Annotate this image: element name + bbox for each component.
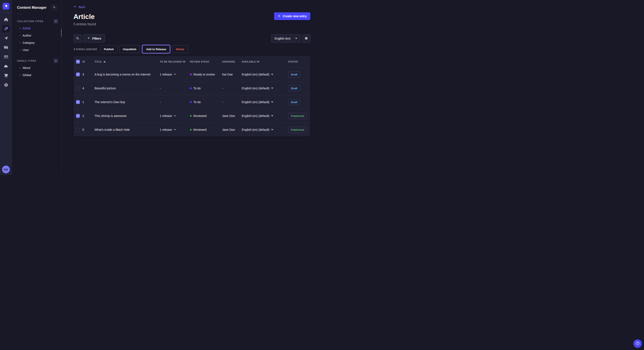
cell-release[interactable]: 1 release <box>160 128 190 131</box>
row-checkbox[interactable]: ✓ <box>76 72 80 76</box>
select-all-checkbox[interactable] <box>76 60 80 64</box>
cell-available-in[interactable]: English (en) (default) <box>242 114 288 118</box>
sidebar-divider <box>17 14 22 14</box>
table-row[interactable]: ✓ 4 Beautiful picture - To do - English … <box>74 81 310 95</box>
status-badge: Draft <box>288 71 300 78</box>
sidebar-item-author[interactable]: Author <box>12 32 61 39</box>
sidebar-item-user[interactable]: User <box>12 46 61 54</box>
cell-title: What's inside a Black Hole <box>94 128 160 131</box>
main-content: Back Article 5 entries found Create new … <box>62 0 322 175</box>
search-button[interactable] <box>74 34 82 42</box>
bullet-icon <box>20 35 20 36</box>
marketplace-cart-icon[interactable] <box>2 72 10 79</box>
status-badge: Draft <box>288 99 300 105</box>
view-settings-button[interactable] <box>302 34 310 42</box>
sidebar-search-button[interactable] <box>51 5 57 10</box>
locale-select[interactable]: English (en) <box>271 34 300 42</box>
add-to-release-button[interactable]: Add to Release <box>142 45 170 53</box>
cell-id: 3 <box>82 73 94 76</box>
row-checkbox[interactable]: ✓ <box>76 86 80 90</box>
cell-available-in[interactable]: English (en) (default) <box>242 100 288 104</box>
content-manager-icon[interactable] <box>2 25 10 32</box>
settings-gear-icon[interactable] <box>2 81 10 89</box>
column-header-status[interactable]: Status <box>288 60 308 63</box>
column-header-title[interactable]: Title <box>94 60 160 63</box>
cell-assignee: Jane Doe <box>222 128 242 131</box>
cell-release[interactable]: 1 release <box>160 73 190 76</box>
chevron-down-icon <box>174 74 176 75</box>
delete-button[interactable]: Delete <box>172 45 188 53</box>
table-row[interactable]: ✓ 3 A bug is becoming a meme on the inte… <box>74 67 310 81</box>
user-avatar[interactable]: KD <box>2 166 10 173</box>
sidebar-item-article[interactable]: Article <box>12 25 61 32</box>
cell-release[interactable]: 1 release <box>160 114 190 118</box>
table-row[interactable]: ✓ 1 The internet's Own boy - To do - Eng… <box>74 95 310 109</box>
collection-types-count-badge: 4 <box>54 19 58 23</box>
cell-id: 4 <box>82 87 94 90</box>
stage-dot <box>190 115 192 117</box>
row-checkbox[interactable]: ✓ <box>76 128 80 132</box>
sidebar-item-global[interactable]: Global <box>12 71 61 79</box>
single-types-label: Single Types <box>17 59 36 62</box>
cell-release[interactable]: - <box>160 100 190 104</box>
media-library-icon[interactable] <box>2 44 10 51</box>
back-arrow-icon <box>74 5 77 9</box>
cell-id: 5 <box>82 128 94 131</box>
selection-bar: 3 entries selected Publish Unpublish Add… <box>74 45 310 53</box>
table-row[interactable]: ✓ 2 This shrimp is awesome 1 release Rev… <box>74 109 310 123</box>
chevron-down-icon <box>174 129 176 130</box>
bullet-icon <box>20 42 20 43</box>
cell-available-in[interactable]: English (en) (default) <box>242 87 288 90</box>
filters-button[interactable]: Filters <box>83 34 105 42</box>
cell-review-stage: Reviewed <box>190 114 222 118</box>
cell-available-in[interactable]: English (en) (default) <box>242 73 288 76</box>
bullet-icon <box>20 28 20 29</box>
search-icon <box>53 6 56 9</box>
toolbar: Filters English (en) <box>74 34 310 42</box>
column-header-stage[interactable]: Review stage <box>190 60 222 63</box>
home-icon[interactable] <box>2 15 10 23</box>
column-header-assignee[interactable]: Assignee <box>222 60 242 63</box>
entries-count: 5 entries found <box>74 22 310 26</box>
back-link[interactable]: Back <box>74 5 85 9</box>
content-manager-sidebar: Content Manager Collection Types 4 Artic… <box>12 0 62 175</box>
cell-review-stage: To do <box>190 100 222 104</box>
filter-icon <box>87 37 90 40</box>
column-header-available[interactable]: Available in <box>242 60 288 63</box>
stage-dot <box>190 101 192 103</box>
chevron-down-icon <box>271 129 273 130</box>
column-header-release[interactable]: To be released in <box>160 60 190 63</box>
status-badge: Published <box>288 113 307 119</box>
table-row[interactable]: ✓ 5 What's inside a Black Hole 1 release… <box>74 123 310 137</box>
cell-id: 1 <box>82 100 94 104</box>
cell-title: A bug is becoming a meme on the internet <box>94 73 160 76</box>
content-type-builder-icon[interactable] <box>2 53 10 61</box>
releases-icon[interactable] <box>2 34 10 42</box>
strapi-logo[interactable] <box>2 3 9 9</box>
cell-assignee: - <box>222 100 242 104</box>
cell-review-stage: Ready to review <box>190 73 222 76</box>
unpublish-button[interactable]: Unpublish <box>119 45 140 53</box>
status-badge: Draft <box>288 85 300 91</box>
selection-count-text: 3 entries selected <box>74 47 97 51</box>
cell-title: Beautiful picture <box>94 87 160 90</box>
publish-button[interactable]: Publish <box>100 45 118 53</box>
bullet-icon <box>20 75 20 75</box>
row-checkbox[interactable]: ✓ <box>76 114 80 118</box>
row-checkbox[interactable]: ✓ <box>76 100 80 104</box>
cloud-icon[interactable] <box>2 62 10 70</box>
cell-assignee: Jane Doe <box>222 114 242 118</box>
cell-assignee: Kai Doe <box>222 73 242 76</box>
stage-dot <box>190 87 192 89</box>
sidebar-item-about[interactable]: About <box>12 64 61 71</box>
cell-available-in[interactable]: English (en) (default) <box>242 128 288 131</box>
cell-review-stage: Reviewed <box>190 128 222 131</box>
create-new-entry-button[interactable]: Create new entry <box>274 12 310 20</box>
column-header-id[interactable]: ID <box>82 60 94 63</box>
cell-release[interactable]: - <box>160 87 190 90</box>
sidebar-item-category[interactable]: Category <box>12 39 61 46</box>
gear-icon <box>304 37 308 41</box>
table-header-row: ID Title To be released in Review stage … <box>74 56 310 67</box>
sidebar-title: Content Manager <box>17 5 47 10</box>
entries-table: ID Title To be released in Review stage … <box>74 56 310 137</box>
